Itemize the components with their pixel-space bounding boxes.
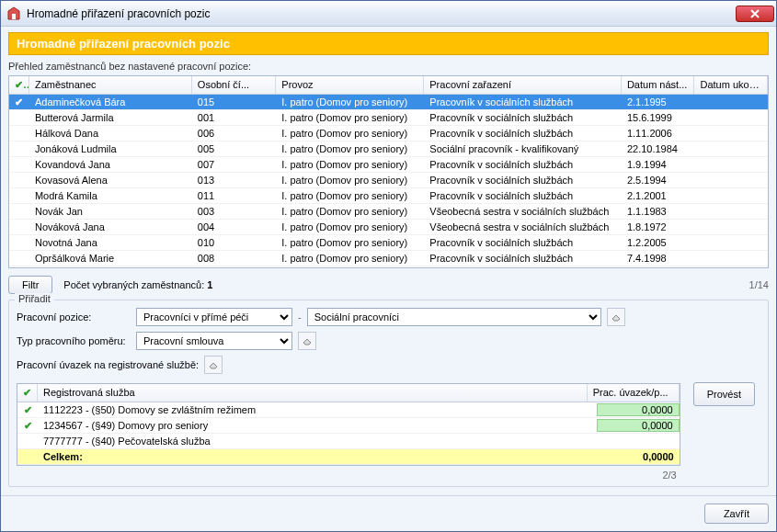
cell-name: Novák Jan: [29, 206, 192, 217]
footer: Zavřít: [1, 495, 776, 531]
services-total-row: Celkem: 0,0000: [17, 449, 680, 465]
registered-eraser-button[interactable]: [204, 356, 223, 374]
services-total-label: Celkem:: [38, 451, 597, 462]
cell-start: 1.1.1983: [622, 206, 695, 217]
cell-loc: I. patro (Domov pro seniory): [276, 143, 424, 154]
cell-role: Pracovník v sociálních službách: [424, 190, 622, 201]
employees-grid: ✔ Zaměstnanec Osobní čí... Provoz Pracov…: [8, 75, 769, 268]
table-row[interactable]: Modrá Kamila011I. patro (Domov pro senio…: [9, 188, 768, 204]
service-row[interactable]: 7777777 - (§40) Pečovatelská služba: [17, 434, 680, 449]
cell-start: 1.8.1972: [622, 221, 695, 232]
position-eraser-button[interactable]: [607, 308, 625, 326]
col-header-num[interactable]: Osobní čí...: [192, 76, 276, 94]
position-sub-select[interactable]: Sociální pracovníci: [307, 308, 601, 326]
window-close-button[interactable]: [736, 6, 774, 22]
emp-type-select[interactable]: Pracovní smlouva: [136, 332, 292, 350]
cell-num: 004: [192, 221, 276, 232]
position-select[interactable]: Pracovníci v přímé péči: [136, 308, 292, 326]
cell-start: 7.4.1998: [622, 253, 695, 264]
service-row[interactable]: ✔1234567 - (§49) Domovy pro seniory0,000…: [17, 418, 680, 434]
srv-row-check[interactable]: ✔: [17, 404, 38, 416]
col-header-end[interactable]: Datum ukon...: [694, 76, 768, 94]
registered-label: Pracovní úvazek na registrované službě:: [17, 359, 199, 370]
table-row[interactable]: Kovandová Jana007I. patro (Domov pro sen…: [9, 157, 768, 173]
services-grid: ✔ Registrovaná služba Prac. úvazek/p... …: [17, 383, 680, 466]
emp-type-eraser-button[interactable]: [298, 332, 316, 350]
close-button[interactable]: Zavřít: [704, 504, 769, 524]
table-row[interactable]: ✔Adaminečková Bára015I. patro (Domov pro…: [9, 95, 768, 110]
cell-num: 001: [192, 112, 276, 123]
table-row[interactable]: Jonáková Ludmila005I. patro (Domov pro s…: [9, 141, 768, 157]
cell-name: Jonáková Ludmila: [29, 143, 192, 154]
banner: Hromadné přiřazení pracovních pozic: [8, 32, 769, 55]
cell-loc: I. patro (Domov pro seniory): [276, 206, 424, 217]
cell-start: 2.1.2001: [622, 190, 695, 201]
cell-role: Pracovník v sociálních službách: [424, 253, 622, 264]
col-header-name[interactable]: Zaměstnanec: [29, 76, 192, 94]
cell-role: Pracovník v sociálních službách: [424, 159, 622, 170]
cell-start: 1.2.2005: [622, 237, 695, 248]
cell-start: 1.11.2006: [622, 128, 695, 139]
content: Hromadné přiřazení pracovních pozic Přeh…: [1, 27, 776, 495]
srv-row-name: 1234567 - (§49) Domovy pro seniory: [38, 420, 597, 431]
cell-loc: I. patro (Domov pro seniory): [276, 96, 424, 108]
cell-role: Všeobecná sestra v sociálních službách: [424, 206, 622, 217]
cell-role: Pracovník v sociálních službách: [424, 175, 622, 186]
filter-button[interactable]: Filtr: [8, 276, 52, 294]
srv-row-check[interactable]: ✔: [17, 420, 38, 432]
cell-name: Adaminečková Bára: [29, 96, 192, 108]
cell-num: 013: [192, 175, 276, 186]
col-header-check[interactable]: ✔: [9, 76, 29, 94]
cell-role: Všeobecná sestra v sociálních službách: [424, 221, 622, 232]
employees-grid-body[interactable]: ✔Adaminečková Bára015I. patro (Domov pro…: [9, 95, 768, 267]
cell-role: Sociální pracovník - kvalifikovaný: [424, 143, 622, 154]
cell-num: 003: [192, 206, 276, 217]
cell-start: 2.5.1994: [622, 175, 695, 186]
emp-type-label: Typ pracovního poměru:: [17, 335, 131, 346]
cell-num: 007: [192, 159, 276, 170]
employees-pager: 1/14: [749, 279, 769, 290]
window-title: Hromadné přiřazení pracovních pozic: [27, 7, 736, 20]
table-row[interactable]: Nováková Jana004I. patro (Domov pro seni…: [9, 220, 768, 235]
col-header-loc[interactable]: Provoz: [276, 76, 424, 94]
srv-row-value[interactable]: 0,0000: [597, 403, 680, 416]
srv-col-val[interactable]: Prac. úvazek/p...: [588, 384, 680, 402]
cell-loc: I. patro (Domov pro seniory): [276, 253, 424, 264]
service-row[interactable]: ✔1112223 - (§50) Domovy se zvláštním rež…: [17, 402, 680, 418]
assign-fieldset: Přiřadit Pracovní pozice: Pracovníci v p…: [8, 300, 769, 487]
srv-col-check[interactable]: ✔: [17, 384, 38, 402]
cell-start: 1.9.1994: [622, 159, 695, 170]
srv-row-value[interactable]: 0,0000: [597, 419, 680, 432]
cell-name: Hálková Dana: [29, 128, 192, 139]
employees-label: Přehled zaměstnanců bez nastavené pracov…: [8, 61, 769, 72]
srv-col-name[interactable]: Registrovaná služba: [38, 384, 588, 402]
table-row[interactable]: Butterová Jarmila001I. patro (Domov pro …: [9, 110, 768, 126]
cell-start: 2.1.1995: [622, 96, 695, 108]
employees-toolbar: Filtr Počet vybraných zaměstnanců: 1 1/1…: [8, 276, 769, 294]
cell-loc: I. patro (Domov pro seniory): [276, 128, 424, 139]
table-row[interactable]: Novotná Jana010I. patro (Domov pro senio…: [9, 235, 768, 251]
cell-start: 22.10.1984: [622, 143, 695, 154]
col-header-role[interactable]: Pracovní zařazení: [424, 76, 622, 94]
table-row[interactable]: Hálková Dana006I. patro (Domov pro senio…: [9, 126, 768, 141]
app-icon: [6, 6, 21, 21]
employees-grid-header: ✔ Zaměstnanec Osobní čí... Provoz Pracov…: [9, 76, 768, 95]
cell-num: 006: [192, 128, 276, 139]
cell-name: Opršálková Marie: [29, 253, 192, 264]
col-header-start[interactable]: Datum nást...: [622, 76, 695, 94]
cell-name: Nováková Jana: [29, 221, 192, 232]
cell-role: Pracovník v sociálních službách: [424, 96, 622, 108]
table-row[interactable]: Opršálková Marie008I. patro (Domov pro s…: [9, 251, 768, 266]
selected-count-label: Počet vybraných zaměstnanců:: [63, 279, 204, 290]
table-row[interactable]: Novák Jan003I. patro (Domov pro seniory)…: [9, 204, 768, 220]
srv-row-name: 1112223 - (§50) Domovy se zvláštním reži…: [38, 404, 597, 415]
cell-num: 011: [192, 190, 276, 201]
row-check[interactable]: ✔: [9, 96, 29, 108]
cell-loc: I. patro (Domov pro seniory): [276, 159, 424, 170]
table-row[interactable]: Kovasová Alena013I. patro (Domov pro sen…: [9, 173, 768, 188]
services-grid-body[interactable]: ✔1112223 - (§50) Domovy se zvláštním rež…: [17, 402, 680, 449]
cell-name: Modrá Kamila: [29, 190, 192, 201]
cell-name: Kovasová Alena: [29, 175, 192, 186]
execute-button[interactable]: Provést: [693, 382, 755, 406]
cell-loc: I. patro (Domov pro seniory): [276, 112, 424, 123]
